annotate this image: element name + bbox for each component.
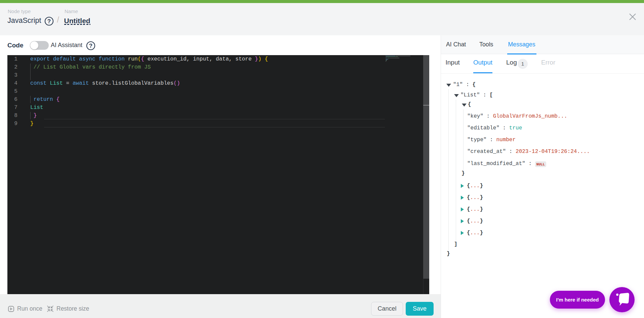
svg-text:?: ?	[47, 18, 50, 25]
svg-text:?: ?	[89, 43, 92, 49]
